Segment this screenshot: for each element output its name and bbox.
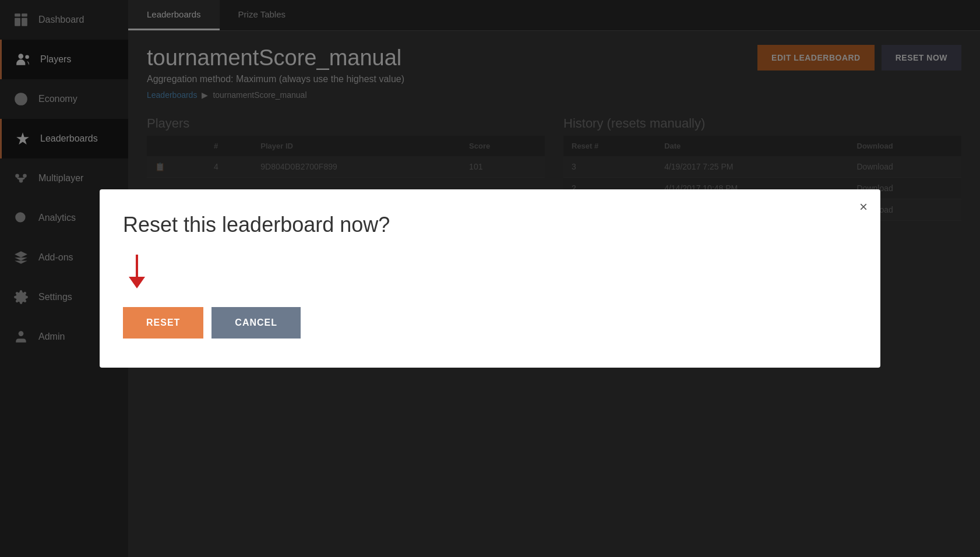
arrow-down-icon — [129, 255, 145, 290]
modal-arrow-area — [123, 255, 857, 290]
svg-marker-15 — [129, 277, 145, 288]
modal-buttons: RESET CANCEL — [123, 307, 857, 339]
modal-overlay: × Reset this leaderboard now? RESET CANC… — [0, 0, 980, 557]
main-content: Leaderboards Prize Tables tournamentScor… — [128, 0, 980, 557]
modal-close-button[interactable]: × — [859, 200, 868, 214]
reset-confirm-button[interactable]: RESET — [123, 307, 203, 339]
reset-confirm-modal: × Reset this leaderboard now? RESET CANC… — [100, 189, 880, 368]
cancel-button[interactable]: CANCEL — [211, 307, 301, 339]
modal-title: Reset this leaderboard now? — [123, 213, 857, 237]
